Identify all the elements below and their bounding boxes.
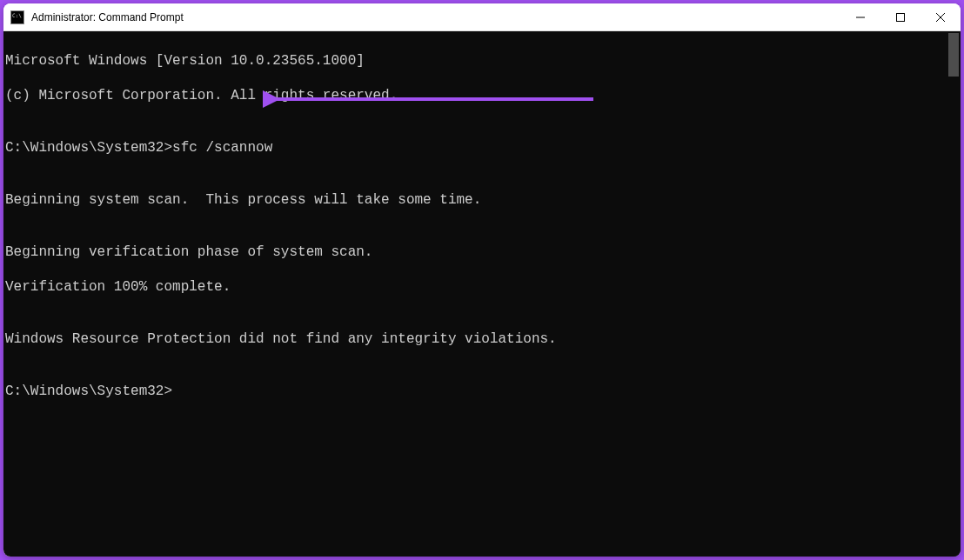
- output-line: Windows Resource Protection did not find…: [5, 330, 945, 348]
- prompt-path: C:\Windows\System32>: [5, 139, 172, 157]
- typed-command: sfc /scannow: [172, 139, 272, 157]
- scrollbar[interactable]: [947, 31, 961, 557]
- titlebar[interactable]: Administrator: Command Prompt: [3, 3, 961, 31]
- command-prompt-window: Administrator: Command Prompt Microsoft …: [3, 3, 961, 557]
- close-icon: [936, 13, 945, 22]
- close-button[interactable]: [920, 3, 961, 31]
- output-line: Microsoft Windows [Version 10.0.23565.10…: [5, 52, 945, 70]
- minimize-icon: [856, 13, 865, 22]
- window-controls: [840, 3, 961, 30]
- minimize-button[interactable]: [840, 3, 880, 31]
- scrollbar-thumb[interactable]: [948, 33, 959, 77]
- output-line: Beginning verification phase of system s…: [5, 243, 945, 261]
- cmd-icon: [10, 10, 24, 24]
- terminal-output[interactable]: Microsoft Windows [Version 10.0.23565.10…: [3, 31, 947, 557]
- maximize-icon: [896, 13, 905, 22]
- prompt-path: C:\Windows\System32>: [5, 383, 945, 400]
- output-line: Verification 100% complete.: [5, 278, 945, 296]
- svg-rect-0: [897, 14, 905, 22]
- output-line: Beginning system scan. This process will…: [5, 191, 945, 209]
- terminal-area: Microsoft Windows [Version 10.0.23565.10…: [3, 31, 961, 557]
- output-line: (c) Microsoft Corporation. All rights re…: [5, 87, 945, 104]
- maximize-button[interactable]: [880, 3, 920, 31]
- window-title: Administrator: Command Prompt: [31, 11, 840, 23]
